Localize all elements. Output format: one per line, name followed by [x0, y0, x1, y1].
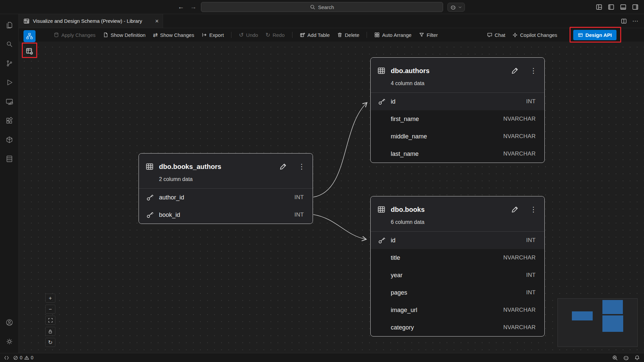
column-row[interactable]: author_id INT [139, 189, 313, 206]
reset-layout-button[interactable]: ↻ [45, 338, 55, 347]
search-icon [310, 4, 315, 10]
fit-view-icon [48, 318, 53, 323]
search-view-icon[interactable] [1, 35, 17, 54]
hierarchy-icon [26, 33, 33, 40]
column-row[interactable]: middle_name NVARCHAR [371, 128, 544, 145]
column-type: INT [294, 212, 304, 218]
tab-schema-designer[interactable]: Visualize and Design Schema (Preview) - … [19, 14, 163, 28]
column-row[interactable]: first_name NVARCHAR [371, 110, 544, 128]
toolbar-separator [231, 32, 231, 38]
customize-layout-icon[interactable] [596, 4, 602, 10]
column-row[interactable]: id INT [371, 232, 544, 249]
column-row[interactable]: title NVARCHAR [371, 249, 544, 266]
tab-close-icon[interactable]: × [155, 18, 159, 24]
back-icon[interactable]: ← [178, 3, 184, 11]
column-type: NVARCHAR [503, 116, 536, 122]
edit-table-button[interactable] [279, 163, 287, 170]
edit-table-button[interactable] [511, 206, 519, 213]
toggle-sidebar-icon[interactable] [608, 4, 614, 10]
show-changes-button[interactable]: ⇄ Show Changes [153, 32, 194, 38]
column-type: INT [526, 289, 536, 296]
auto-arrange-button[interactable]: Auto Arrange [374, 32, 412, 38]
show-definition-label: Show Definition [111, 32, 146, 38]
forward-icon[interactable]: → [190, 3, 197, 11]
extensions-icon[interactable] [1, 111, 17, 130]
schema-explorer-icon[interactable] [1, 149, 17, 168]
problems-indicator[interactable]: 0 0 [13, 355, 34, 360]
notifications-bell-icon[interactable] [634, 355, 640, 361]
more-actions-icon[interactable]: ⋯ [632, 17, 639, 25]
column-row[interactable]: book_id INT [139, 206, 313, 224]
settings-gear-icon[interactable] [1, 332, 17, 351]
table-definitions-button[interactable] [23, 45, 36, 57]
column-row[interactable]: pages INT [371, 284, 544, 301]
table-menu-button[interactable]: ⋮ [297, 163, 307, 171]
apply-changes-button[interactable]: Apply Changes [54, 32, 96, 38]
zoom-in-button[interactable]: + [45, 294, 55, 303]
fit-view-button[interactable] [45, 316, 55, 325]
zoom-out-button[interactable]: − [45, 305, 55, 314]
export-button[interactable]: Export [202, 32, 224, 38]
zoom-status-icon[interactable] [612, 355, 618, 361]
column-type: INT [526, 98, 536, 105]
key-icon [378, 237, 385, 244]
show-changes-label: Show Changes [160, 32, 194, 38]
column-row[interactable]: year INT [371, 266, 544, 284]
delete-button[interactable]: Delete [337, 32, 359, 38]
status-bar-right [612, 355, 640, 361]
design-api-button[interactable]: Design API [573, 30, 616, 40]
table-node-books[interactable]: dbo.books ⋮ 6 column data [370, 196, 545, 337]
apply-changes-icon [54, 32, 59, 38]
table-subtitle: 6 column data [391, 219, 538, 226]
table-node-header: dbo.books ⋮ 6 column data [371, 196, 544, 232]
remote-explorer-icon[interactable] [1, 92, 17, 111]
table-menu-button[interactable]: ⋮ [529, 67, 538, 75]
toggle-panel-icon[interactable] [620, 4, 627, 10]
canvas-zoom-controls: + − ↻ [45, 294, 55, 347]
table-name: dbo.books_authors [159, 163, 274, 171]
column-row[interactable]: image_url NVARCHAR [371, 301, 544, 319]
database-projects-icon[interactable] [1, 130, 17, 149]
redo-button[interactable]: ↻ Redo [265, 32, 284, 38]
source-control-icon[interactable] [1, 54, 17, 73]
undo-icon: ↺ [239, 32, 244, 38]
warnings-icon [24, 355, 29, 360]
add-table-button[interactable]: Add Table [300, 32, 330, 38]
edit-table-button[interactable] [511, 67, 519, 74]
column-name: middle_name [391, 133, 503, 140]
copilot-status-icon[interactable] [623, 355, 629, 361]
chat-button[interactable]: Chat [487, 32, 505, 38]
run-debug-icon[interactable] [1, 73, 17, 92]
command-search-input[interactable]: Search [201, 2, 443, 12]
delete-label: Delete [345, 32, 359, 38]
undo-button[interactable]: ↺ Undo [239, 32, 258, 38]
copilot-changes-button[interactable]: Copilot Changes [513, 32, 557, 38]
column-row[interactable]: id INT [371, 93, 544, 110]
column-row[interactable]: category NVARCHAR [371, 319, 544, 336]
toggle-secondary-sidebar-icon[interactable] [632, 4, 639, 10]
copilot-menu-button[interactable] [447, 3, 465, 12]
filter-button[interactable]: Filter [419, 32, 438, 38]
lock-canvas-button[interactable] [45, 327, 55, 336]
column-type: INT [526, 272, 536, 279]
errors-icon [13, 355, 18, 360]
explorer-icon[interactable] [1, 15, 17, 35]
schema-canvas[interactable]: dbo.books_authors ⋮ 2 column data [19, 42, 644, 353]
table-icon [377, 67, 385, 75]
table-node-authors[interactable]: dbo.authors ⋮ 4 column data [370, 57, 545, 163]
column-name: last_name [391, 150, 503, 158]
trash-icon [337, 32, 342, 38]
chat-icon [487, 32, 492, 38]
table-menu-button[interactable]: ⋮ [529, 205, 538, 214]
account-icon[interactable] [1, 313, 17, 332]
filter-label: Filter [427, 32, 438, 38]
show-definition-button[interactable]: Show Definition [103, 32, 146, 38]
split-editor-icon[interactable] [621, 18, 627, 24]
table-name: dbo.books [391, 206, 506, 214]
visualize-schema-button[interactable] [23, 30, 36, 42]
table-node-books-authors[interactable]: dbo.books_authors ⋮ 2 column data [139, 153, 313, 224]
column-type: NVARCHAR [503, 324, 536, 331]
remote-indicator[interactable] [4, 355, 9, 360]
column-row[interactable]: last_name NVARCHAR [371, 145, 544, 163]
minimap[interactable] [557, 298, 638, 347]
